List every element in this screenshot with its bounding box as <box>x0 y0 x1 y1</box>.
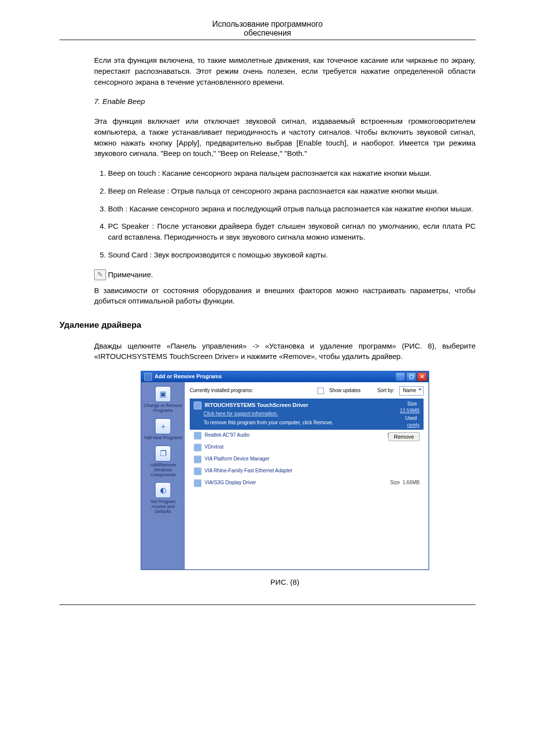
page-header: Использование программного обеспечения <box>59 20 476 40</box>
sort-by-label: Sort by: <box>377 387 394 395</box>
list-item: Beep on Release : Отрыв пальца от сенсор… <box>108 186 476 197</box>
program-list: IRTOUCHSYSTEMS TouchScreen Driver Click … <box>190 399 424 565</box>
minimize-button[interactable]: _ <box>395 372 405 381</box>
sidebar-item-windows-components[interactable]: ❐ Add/Remove Windows Components <box>143 446 183 478</box>
list-item[interactable]: VIA Platform Device Manager <box>190 454 424 465</box>
program-icon <box>194 467 202 475</box>
program-icon <box>194 444 202 452</box>
program-icon <box>194 479 202 487</box>
installed-programs-label: Currently installed programs: <box>190 387 253 395</box>
program-name: VIA Rhine-Family Fast Ethernet Adapter <box>205 467 292 475</box>
dialog-titlebar[interactable]: Add or Remove Programs _ ▢ ✕ <box>141 371 428 382</box>
list-item: Beep on touch : Касание сенсорного экран… <box>108 168 476 179</box>
uninstall-heading: Удаление драйвера <box>59 319 476 332</box>
header-line1: Использование программного <box>59 20 476 29</box>
show-updates-label: Show updates <box>329 387 360 395</box>
list-item[interactable]: VIA Rhine-Family Fast Ethernet Adapter <box>190 465 424 477</box>
footer-rule <box>59 605 476 605</box>
sidebar-item-label: Add New Programs <box>144 436 182 441</box>
program-icon <box>194 432 202 440</box>
used-value-link[interactable]: rarely <box>388 422 420 429</box>
app-icon <box>144 373 152 381</box>
dialog-main: Currently installed programs: Show updat… <box>185 382 428 569</box>
remove-button[interactable]: Remove <box>388 432 420 441</box>
list-item: Both : Касание сенсорного экрана и после… <box>108 203 476 214</box>
sidebar-item-defaults[interactable]: ◐ Set Program Access and Defaults <box>143 482 183 514</box>
window-icon: ❐ <box>155 446 171 461</box>
program-name: VDrvInst <box>205 444 223 451</box>
program-name: Realtek AC'97 Audio <box>205 432 250 439</box>
list-item[interactable]: VIA/S3G Display Driver Size 1.66MB <box>190 477 424 489</box>
sort-by-select[interactable]: Name <box>399 386 424 396</box>
section-7-title: 7. Enable Beep <box>94 96 476 107</box>
support-link[interactable]: Click here for support information. <box>204 410 278 418</box>
figure-caption: РИС. (8) <box>270 577 299 588</box>
sidebar-item-label: Change or Remove Programs <box>143 403 183 413</box>
box-icon: ▣ <box>155 386 171 402</box>
plus-icon: ＋ <box>155 418 171 434</box>
intro-text: Если эта функция включена, то такие мимо… <box>94 55 476 87</box>
note-label: Примечание. <box>108 269 153 280</box>
program-name: VIA Platform Device Manager <box>205 455 269 463</box>
header-line2: обеспечения <box>59 29 476 38</box>
note-icon: ✎ <box>94 269 106 280</box>
selected-program[interactable]: IRTOUCHSYSTEMS TouchScreen Driver Click … <box>190 399 424 430</box>
note-heading: ✎ Примечание. <box>94 269 476 280</box>
sidebar-item-label: Set Program Access and Defaults <box>143 500 183 514</box>
program-icon <box>194 455 202 463</box>
sidebar-item-change-remove[interactable]: ▣ Change or Remove Programs <box>143 386 183 413</box>
size-value-link[interactable]: 12.59MB <box>388 407 420 415</box>
close-button[interactable]: ✕ <box>417 372 427 381</box>
globe-icon: ◐ <box>155 482 171 498</box>
add-remove-dialog: Add or Remove Programs _ ▢ ✕ ▣ Change or… <box>141 371 429 570</box>
sidebar-item-label: Add/Remove Windows Components <box>143 463 183 478</box>
size-label: Size <box>407 401 417 406</box>
section-7-list: Beep on touch : Касание сенсорного экран… <box>94 168 476 260</box>
used-label: Used <box>405 415 417 421</box>
selected-program-name: IRTOUCHSYSTEMS TouchScreen Driver <box>205 402 308 409</box>
list-item: PC Speaker : После установки драйвера бу… <box>108 221 476 243</box>
figure-8: Add or Remove Programs _ ▢ ✕ ▣ Change or… <box>94 371 476 588</box>
uninstall-para: Дважды щелкните «Панель управления» -> «… <box>94 341 476 362</box>
dialog-title: Add or Remove Programs <box>155 373 222 381</box>
maximize-button[interactable]: ▢ <box>406 372 416 381</box>
dialog-sidebar: ▣ Change or Remove Programs ＋ Add New Pr… <box>141 382 185 569</box>
list-item: Sound Card : Звук воспроизводится с помо… <box>108 250 476 260</box>
size-label: Size <box>390 480 400 485</box>
program-name: VIA/S3G Display Driver <box>205 479 256 487</box>
size-value: 1.66MB <box>403 480 420 485</box>
program-icon <box>194 402 202 409</box>
list-item[interactable]: VDrvInst <box>190 442 424 454</box>
note-text: В зависимости от состояния оборудования … <box>94 285 476 307</box>
sidebar-item-add-new[interactable]: ＋ Add New Programs <box>144 418 182 441</box>
show-updates-checkbox[interactable] <box>318 388 324 394</box>
remove-hint: To remove this program from your compute… <box>204 419 420 427</box>
section-7-para: Эта функция включает или отключает звуко… <box>94 116 476 159</box>
